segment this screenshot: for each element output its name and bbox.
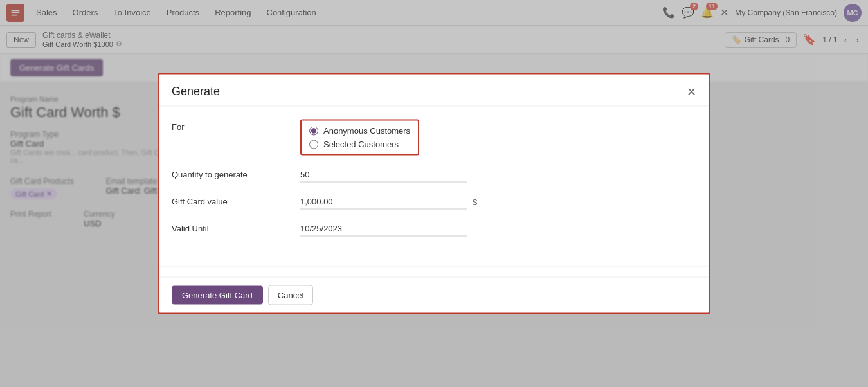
valid-until-input[interactable] — [300, 221, 467, 237]
giftcard-value-row: Gift Card value $ — [172, 194, 696, 210]
selected-radio[interactable] — [309, 140, 318, 148]
for-control: Anonymous Customers Selected Customers — [300, 120, 696, 156]
dialog-body: For Anonymous Customers Selected Custome… — [159, 107, 709, 261]
generate-dialog: Generate ✕ For Anonymous Customers Selec… — [158, 73, 710, 314]
quantity-input[interactable] — [300, 167, 467, 183]
selected-label: Selected Customers — [323, 140, 399, 149]
giftcard-value-control: $ — [300, 194, 696, 210]
quantity-label: Quantity to generate — [172, 167, 300, 179]
cancel-button[interactable]: Cancel — [268, 285, 313, 305]
valid-until-label: Valid Until — [172, 221, 300, 233]
currency-suffix: $ — [473, 197, 477, 206]
selected-customers-option[interactable]: Selected Customers — [309, 140, 410, 149]
for-row: For Anonymous Customers Selected Custome… — [172, 120, 696, 156]
dialog-header: Generate ✕ — [159, 75, 709, 107]
valid-until-row: Valid Until — [172, 221, 696, 237]
anonymous-radio[interactable] — [309, 126, 318, 135]
giftcard-value-label: Gift Card value — [172, 194, 300, 206]
quantity-row: Quantity to generate — [172, 167, 696, 183]
dialog-title: Generate — [172, 85, 220, 98]
anonymous-customers-option[interactable]: Anonymous Customers — [309, 126, 410, 136]
dialog-footer: Generate Gift Card Cancel — [159, 277, 709, 313]
generate-gift-card-button[interactable]: Generate Gift Card — [172, 286, 263, 305]
giftcard-value-input[interactable] — [300, 194, 467, 210]
anonymous-label: Anonymous Customers — [323, 126, 410, 136]
for-label: For — [172, 120, 300, 132]
customer-type-radio-group: Anonymous Customers Selected Customers — [300, 120, 419, 156]
valid-until-control — [300, 221, 696, 237]
quantity-control — [300, 167, 696, 183]
dialog-close-button[interactable]: ✕ — [687, 86, 696, 97]
